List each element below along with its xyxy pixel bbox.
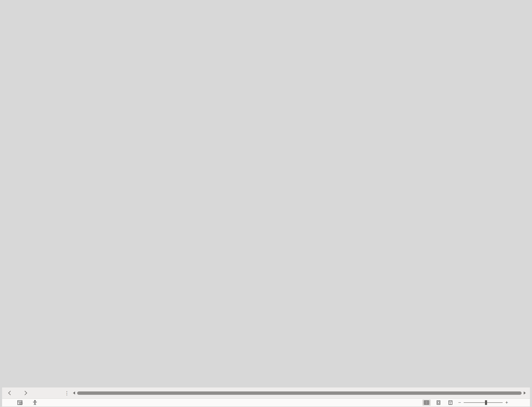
status-bar: − + [2,398,530,406]
zoom-slider-track[interactable] [464,402,503,403]
accessibility-status[interactable] [32,400,40,405]
page-layout-view-shortcut-icon [436,400,441,405]
scroll-right-arrow-icon[interactable] [524,391,526,395]
zoom-slider[interactable]: − + [458,400,508,405]
horizontal-scrollbar-thumb[interactable] [77,391,522,395]
page-break-view-shortcut-icon [448,400,453,405]
zoom-slider-thumb[interactable] [485,400,487,405]
page-break-view-shortcut[interactable] [446,399,455,406]
workbook-footer: ⋮ [2,387,530,406]
sheet-tab-menu-icon[interactable]: ⋮ [64,390,69,396]
accessibility-icon [32,400,38,405]
sheet-nav-arrows [9,391,26,395]
normal-view-shortcut[interactable] [422,399,431,406]
sheet-tab-bar: ⋮ [2,387,530,398]
zoom-in-icon[interactable]: + [505,400,508,405]
normal-view-shortcut-icon [424,400,429,405]
scroll-left-arrow-icon[interactable] [73,391,75,395]
zoom-out-icon[interactable]: − [458,400,461,405]
next-sheet-arrow-icon[interactable] [23,391,27,395]
page-layout-view-shortcut[interactable] [434,399,443,406]
status-bar-right: − + [422,399,525,406]
previous-sheet-arrow-icon[interactable] [8,391,13,395]
macro-record-icon[interactable] [17,400,23,405]
horizontal-scrollbar[interactable] [73,391,526,395]
